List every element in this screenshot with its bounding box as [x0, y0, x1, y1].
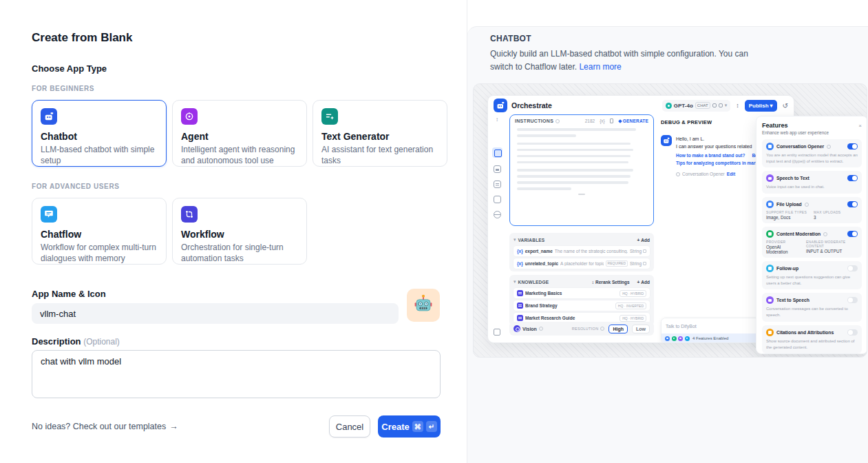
follow-up-icon	[766, 265, 774, 272]
orchestrate-title: Orchestrate	[511, 101, 552, 110]
features-panel: Features × Enhance web app user experien…	[756, 116, 867, 354]
toggle-off	[847, 265, 858, 271]
toggle-off	[847, 329, 858, 336]
speech-to-text-icon	[766, 174, 774, 182]
dify-bot-logo-icon	[494, 99, 507, 112]
knowledge-title: KNOWLEDGE	[518, 280, 549, 285]
card-desc: LLM-based chatbot with simple setup	[41, 144, 158, 166]
features-enabled-count: 4 Features Enabled	[692, 336, 728, 340]
feature-dot-icon	[672, 336, 677, 341]
beginner-cards-row: Chatbot LLM-based chatbot with simple se…	[32, 100, 447, 167]
knowledge-row: Brand Strategy HQ · INVERTED	[514, 300, 650, 311]
type-icon	[643, 249, 646, 253]
info-icon	[600, 327, 604, 331]
opener-icon	[676, 172, 680, 176]
card-title: Agent	[181, 131, 298, 142]
model-mode-badge: CHAT	[695, 102, 710, 109]
info-icon	[539, 327, 543, 331]
features-title: Features	[762, 122, 788, 129]
cancel-button[interactable]: Cancel	[329, 415, 370, 438]
robot-emoji-icon	[413, 294, 434, 317]
opener-label: Conversation Opener	[682, 172, 725, 176]
card-desc: Workflow for complex multi-turn dialogue…	[41, 242, 158, 264]
mini-sidebar: ↕	[488, 115, 506, 342]
card-desc: Orchestration for single-turn automation…	[181, 242, 298, 264]
for-advanced-users-label: FOR ADVANCED USERS	[32, 183, 119, 190]
variable-row: {x} expert_name The name of the strategi…	[514, 246, 650, 256]
type-icon	[643, 262, 646, 265]
feature-item: Follow-up Setting up next questions sugg…	[762, 261, 862, 289]
info-icon	[827, 145, 831, 149]
vision-section: Vision RESOLUTION High Low	[509, 322, 654, 336]
dataset-icon	[517, 290, 523, 296]
description-label: Description (Optional)	[32, 336, 120, 347]
vision-label: Vision	[522, 327, 537, 331]
feature-item: File Upload SUPPORT FILE TYPESImage, Doc…	[762, 197, 862, 223]
for-beginners-label: FOR BEGINNERS	[32, 85, 94, 92]
info-icon	[805, 203, 809, 207]
feature-item: Citations and Attributions Show source d…	[762, 325, 862, 353]
templates-link[interactable]: No ideas? Check out our templates →	[32, 422, 178, 431]
resize-handle	[578, 194, 585, 195]
agent-icon	[181, 108, 198, 125]
feature-item: Speech to Text Voice input can be used i…	[762, 171, 862, 194]
toggle-on	[847, 143, 858, 150]
optional-label: (Optional)	[83, 337, 120, 347]
content-moderation-icon	[766, 230, 774, 238]
bot-greeting: Hello, I am L.	[676, 135, 762, 143]
history-icon: ↺	[783, 102, 788, 110]
toggle-on	[847, 175, 858, 181]
preview-description: Quickly build an LLM-based chatbot with …	[490, 48, 753, 73]
feature-dot-icon	[685, 336, 690, 341]
conversation-opener-icon	[766, 143, 774, 150]
collapse-icon	[494, 329, 500, 336]
document-icon	[494, 181, 501, 188]
rerank-settings-button: ↕ Rerank Settings	[592, 280, 630, 285]
chatbot-preview-image: Orchestrate GPT-4o CHAT ▾ ↕ Publish ▾	[473, 83, 867, 358]
info-icon	[555, 119, 560, 123]
text-generator-icon	[321, 108, 338, 125]
app-name-input[interactable]	[32, 303, 399, 324]
app-type-card-chatflow[interactable]: Chatflow Workflow for complex multi-turn…	[32, 198, 167, 265]
add-variable-button: + Add	[637, 238, 650, 243]
variable-row: {x} unrelated_topic A placeholder for to…	[514, 258, 650, 269]
bot-greeting: I can answer your questions related	[676, 143, 762, 150]
enter-key-icon: ↵	[426, 421, 437, 432]
feature-item: Text to Speech Conversation messages can…	[762, 293, 862, 321]
app-type-preview-pane: CHATBOT Quickly build an LLM-based chatb…	[467, 0, 868, 463]
model-params-icon	[719, 103, 723, 107]
app-type-card-chatbot[interactable]: Chatbot LLM-based chatbot with simple se…	[32, 100, 167, 167]
toggle-on	[847, 201, 858, 207]
chevron-down-icon: ▾	[514, 279, 516, 285]
feature-dot-icon	[665, 336, 670, 341]
card-title: Chatflow	[41, 229, 158, 240]
learn-more-link[interactable]: Learn more	[579, 62, 621, 72]
app-icon-picker[interactable]	[407, 289, 440, 322]
knowledge-section: ▾ KNOWLEDGE ↕ Rerank Settings + Add Mark…	[509, 275, 654, 326]
citations-icon	[766, 329, 774, 336]
feature-item: Content Moderation PROVIDEROpenAI Modera…	[762, 227, 862, 258]
resolution-low-chip: Low	[632, 325, 650, 333]
toggle-on	[847, 231, 858, 237]
create-button[interactable]: Create ⌘ ↵	[378, 415, 441, 438]
create-app-modal: Create from Blank Choose App Type FOR BE…	[0, 0, 467, 463]
app-name-label: App Name & Icon	[32, 289, 106, 299]
suggestion-link: How to make a brand stand out?	[676, 153, 745, 158]
prompt-skeleton	[510, 125, 653, 190]
app-type-card-text-generator[interactable]: Text Generator AI assistant for text gen…	[313, 100, 447, 167]
prompt-panel-icon	[492, 147, 502, 158]
text-to-speech-icon	[766, 296, 774, 304]
features-subtitle: Enhance web app user experience	[762, 130, 862, 135]
app-type-card-agent[interactable]: Agent Intelligent agent with reasoning a…	[172, 100, 307, 167]
chatbot-icon	[41, 108, 57, 125]
suggestion-link: Tips for analyzing competitors in market	[676, 161, 762, 165]
add-knowledge-button: + Add	[637, 280, 650, 285]
description-textarea[interactable]: chat with vllm model	[32, 350, 441, 398]
card-title: Workflow	[181, 229, 298, 240]
publish-button: Publish ▾	[745, 100, 777, 112]
app-type-card-workflow[interactable]: Workflow Orchestration for single-turn a…	[172, 198, 307, 265]
variable-token-icon: {x}	[600, 119, 605, 123]
edit-link: Edit	[727, 172, 735, 176]
globe-icon	[494, 211, 501, 218]
orchestrate-screenshot: Orchestrate GPT-4o CHAT ▾ ↕ Publish ▾	[487, 95, 794, 343]
